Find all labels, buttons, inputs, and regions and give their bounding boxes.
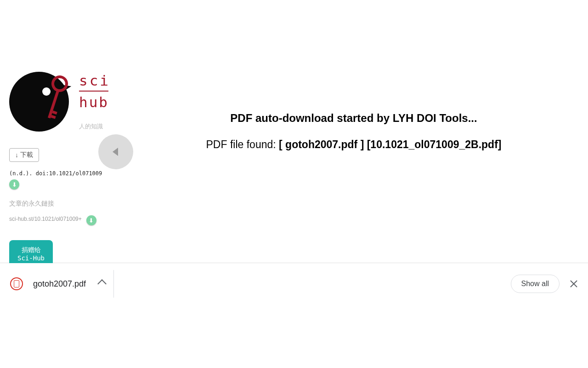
status-message: PDF auto-download started by LYH DOI Too…: [230, 112, 477, 125]
pdf-icon: [10, 277, 23, 290]
download-label: 下載: [20, 151, 33, 159]
donate-line1: 捐赠给: [22, 246, 41, 253]
chevron-up-icon[interactable]: [97, 279, 107, 288]
download-filename: gotoh2007.pdf: [33, 279, 86, 289]
close-icon[interactable]: [570, 280, 578, 288]
download-chip[interactable]: gotoh2007.pdf: [10, 270, 114, 298]
file-found-message: PDF file found: [ gotoh2007.pdf ] [10.10…: [206, 138, 502, 151]
save-icon[interactable]: ⬇: [9, 179, 19, 190]
save-permalink-icon[interactable]: ⬇: [86, 215, 96, 225]
main-content: PDF auto-download started by LYH DOI Too…: [119, 0, 588, 263]
raven-logo: [9, 72, 70, 132]
citation-text: (n.d.). doi:10.1021/ol071009: [9, 170, 110, 177]
brand-tagline: 人的知識: [79, 122, 109, 131]
permalink[interactable]: sci-hub.st/10.1021/ol071009+: [9, 216, 82, 222]
donate-line2: Sci-Hub: [17, 254, 45, 262]
permalink-label: 文章的永久鏈接: [9, 200, 110, 208]
download-button[interactable]: ↓ 下載: [9, 148, 39, 162]
file-found-prefix: PDF file found:: [206, 138, 279, 150]
sidebar: sci hub 人的知識 ↓ 下載 (n.d.). doi:10.1021/ol…: [0, 0, 119, 263]
brand-line1: sci: [79, 72, 108, 92]
file-found-names: [ gotoh2007.pdf ] [10.1021_ol071009_2B.p…: [279, 138, 501, 150]
brand-line2: hub: [79, 92, 109, 109]
download-bar: gotoh2007.pdf Show all: [0, 263, 588, 305]
collapse-sidebar-button[interactable]: [98, 134, 133, 169]
brand-block: sci hub 人的知識: [9, 72, 110, 132]
show-all-button[interactable]: Show all: [511, 275, 560, 293]
download-arrow-icon: ↓: [15, 151, 18, 159]
